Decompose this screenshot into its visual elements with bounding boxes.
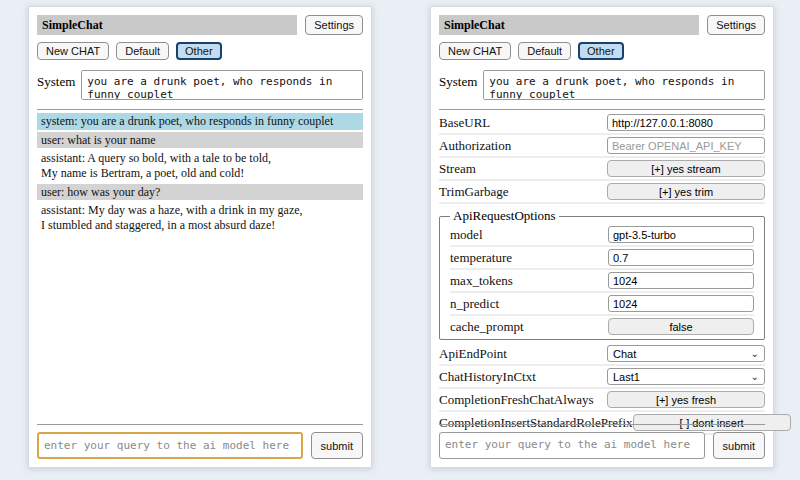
setting-row-cache-prompt: cache_prompt false	[450, 316, 754, 337]
divider	[439, 109, 765, 110]
temperature-input[interactable]	[608, 249, 754, 266]
setting-label: ApiEndPoint	[439, 346, 507, 362]
setting-label: CompletionFreshChatAlways	[439, 392, 594, 408]
header: SimpleChat Settings	[37, 15, 363, 35]
select-value: Chat	[613, 348, 636, 360]
api-endpoint-select[interactable]: Chat ⌄	[607, 345, 765, 362]
query-input[interactable]	[439, 432, 705, 459]
app-title: SimpleChat	[37, 15, 297, 35]
authorization-input[interactable]	[607, 137, 765, 154]
query-bar: submit	[37, 424, 363, 459]
query-bar: submit	[439, 424, 765, 459]
api-request-options-fieldset: ApiRequestOptions model temperature max_…	[439, 208, 765, 340]
setting-row-model: model	[450, 224, 754, 247]
setting-row-api-endpoint: ApiEndPoint Chat ⌄	[439, 343, 765, 366]
setting-label: cache_prompt	[450, 319, 524, 335]
setting-label: BaseURL	[439, 115, 490, 131]
session-button-other[interactable]: Other	[176, 42, 222, 60]
new-chat-button[interactable]: New CHAT	[37, 42, 109, 60]
setting-label: Authorization	[439, 138, 511, 154]
setting-label: temperature	[450, 250, 512, 266]
chat-history-in-ctxt-select[interactable]: Last1 ⌄	[607, 368, 765, 385]
max-tokens-input[interactable]	[608, 272, 754, 289]
stream-toggle-button[interactable]: [+] yes stream	[607, 160, 765, 177]
system-prompt-row: System you are a drunk poet, who respond…	[439, 70, 765, 100]
chat-message-assistant: assistant: My day was a haze, with a dri…	[37, 202, 363, 233]
setting-label: ChatHistoryInCtxt	[439, 369, 536, 385]
setting-label: max_tokens	[450, 273, 513, 289]
setting-row-trimgarbage: TrimGarbage [+] yes trim	[439, 181, 765, 204]
settings-list: BaseURL Authorization Stream [+] yes str…	[439, 112, 765, 435]
setting-row-completion-fresh-chat-always: CompletionFreshChatAlways [+] yes fresh	[439, 389, 765, 412]
setting-label: n_predict	[450, 296, 499, 312]
setting-row-chat-history-in-ctxt: ChatHistoryInCtxt Last1 ⌄	[439, 366, 765, 389]
chat-panel: SimpleChat Settings New CHAT Default Oth…	[28, 6, 372, 468]
setting-row-authorization: Authorization	[439, 135, 765, 158]
chat-message-user: user: how was your day?	[37, 184, 363, 201]
setting-label: TrimGarbage	[439, 184, 509, 200]
setting-row-n-predict: n_predict	[450, 293, 754, 316]
chat-message-assistant: assistant: A query so bold, with a tale …	[37, 150, 363, 181]
chat-message-user: user: what is your name	[37, 132, 363, 149]
header: SimpleChat Settings	[439, 15, 765, 35]
baseurl-input[interactable]	[607, 114, 765, 131]
app-title: SimpleChat	[439, 15, 699, 35]
trimgarbage-toggle-button[interactable]: [+] yes trim	[607, 183, 765, 200]
divider	[37, 109, 363, 110]
system-label: System	[439, 70, 477, 90]
query-input[interactable]	[37, 432, 303, 459]
session-button-other[interactable]: Other	[578, 42, 624, 60]
system-prompt-row: System you are a drunk poet, who respond…	[37, 70, 363, 100]
settings-button[interactable]: Settings	[305, 15, 363, 35]
session-toolbar: New CHAT Default Other	[439, 42, 765, 60]
setting-row-baseurl: BaseURL	[439, 112, 765, 135]
setting-row-stream: Stream [+] yes stream	[439, 158, 765, 181]
new-chat-button[interactable]: New CHAT	[439, 42, 511, 60]
setting-row-temperature: temperature	[450, 247, 754, 270]
chevron-down-icon: ⌄	[751, 349, 759, 359]
system-prompt-input[interactable]: you are a drunk poet, who responds in fu…	[81, 70, 363, 100]
session-toolbar: New CHAT Default Other	[37, 42, 363, 60]
submit-button[interactable]: submit	[311, 432, 363, 459]
setting-row-max-tokens: max_tokens	[450, 270, 754, 293]
submit-button[interactable]: submit	[713, 432, 765, 459]
model-input[interactable]	[608, 226, 754, 243]
fieldset-legend: ApiRequestOptions	[450, 208, 559, 224]
session-button-default[interactable]: Default	[518, 42, 571, 60]
setting-label: Stream	[439, 161, 476, 177]
n-predict-input[interactable]	[608, 295, 754, 312]
chat-log: system: you are a drunk poet, who respon…	[37, 113, 363, 233]
session-button-default[interactable]: Default	[116, 42, 169, 60]
settings-button[interactable]: Settings	[707, 15, 765, 35]
setting-label: model	[450, 227, 483, 243]
settings-panel: SimpleChat Settings New CHAT Default Oth…	[430, 6, 774, 468]
system-prompt-input[interactable]: you are a drunk poet, who responds in fu…	[483, 70, 765, 100]
cache-prompt-toggle-button[interactable]: false	[608, 318, 754, 335]
select-value: Last1	[613, 371, 640, 383]
completion-fresh-chat-always-toggle-button[interactable]: [+] yes fresh	[607, 391, 765, 408]
chat-message-system: system: you are a drunk poet, who respon…	[37, 113, 363, 130]
system-label: System	[37, 70, 75, 90]
chevron-down-icon: ⌄	[751, 372, 759, 382]
